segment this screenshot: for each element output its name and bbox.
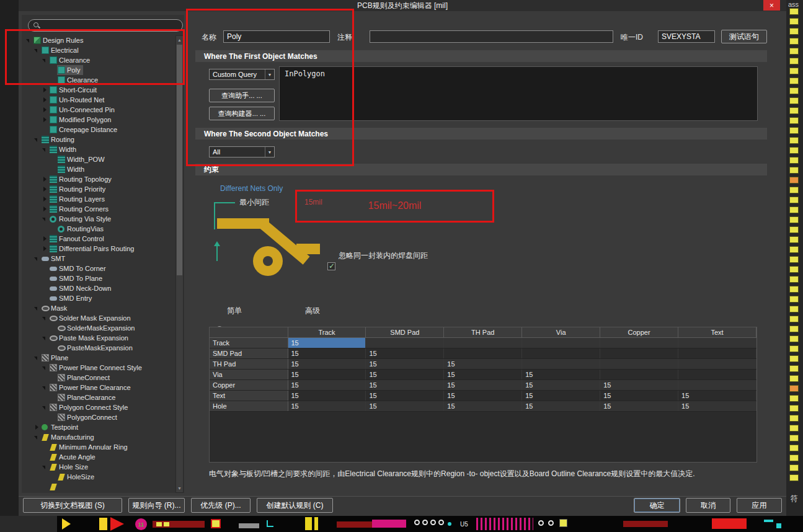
collapse-arrow-icon[interactable] xyxy=(33,355,40,361)
matrix-cell[interactable]: 15 xyxy=(600,379,678,390)
matrix-cell[interactable] xyxy=(522,337,600,348)
expand-arrow-icon[interactable] xyxy=(42,97,48,104)
matrix-cell[interactable]: 15 xyxy=(366,369,444,379)
tree-item-routing-corners[interactable]: Routing Corners xyxy=(23,204,174,214)
expand-arrow-icon[interactable] xyxy=(42,176,48,183)
collapse-arrow-icon[interactable] xyxy=(42,335,48,342)
clearance-value[interactable]: 15mil xyxy=(304,198,322,206)
comment-input[interactable] xyxy=(370,30,613,43)
matrix-cell[interactable]: 15 xyxy=(366,379,444,390)
expand-arrow-icon[interactable] xyxy=(42,186,48,193)
layer-color-swatch[interactable] xyxy=(789,306,799,313)
first-match-dropdown[interactable]: Custom Query ▼ xyxy=(209,69,275,80)
layer-color-swatch[interactable] xyxy=(789,58,799,64)
switch-doc-view-button[interactable]: 切换到文档视图 (S) xyxy=(23,498,122,513)
collapse-arrow-icon[interactable] xyxy=(42,464,48,471)
matrix-cell[interactable]: 15 xyxy=(522,369,600,379)
layer-color-swatch[interactable] xyxy=(789,147,799,154)
tree-item-minimum-annular-ring[interactable]: Minimum Annular Ring xyxy=(23,442,174,452)
tree-item-hole-size[interactable]: Hole Size xyxy=(23,462,174,472)
tree-item-polygon-connect-style[interactable]: Polygon Connect Style xyxy=(23,402,174,412)
layer-color-swatch[interactable] xyxy=(789,425,799,432)
tree-item-mask[interactable]: Mask xyxy=(23,303,174,313)
layer-color-swatch[interactable] xyxy=(789,187,799,193)
layer-color-swatch[interactable] xyxy=(789,326,799,332)
tree-item-smd-to-plane[interactable]: SMD To Plane xyxy=(23,273,174,283)
tree-item-width[interactable]: Width xyxy=(23,144,174,154)
tree-item-testpoint[interactable]: Testpoint xyxy=(23,422,174,432)
layer-color-swatch[interactable] xyxy=(789,226,799,233)
layer-color-swatch[interactable] xyxy=(789,445,799,451)
layer-color-swatch[interactable] xyxy=(789,8,799,15)
layer-color-swatch[interactable] xyxy=(789,276,799,283)
layer-color-swatch[interactable] xyxy=(789,365,799,372)
layer-color-swatch[interactable] xyxy=(789,197,799,203)
tree-item-routing-layers[interactable]: Routing Layers xyxy=(23,194,174,204)
tree-item-un-connected-pin[interactable]: Un-Connected Pin xyxy=(23,105,174,115)
matrix-cell[interactable] xyxy=(678,358,756,369)
collapse-arrow-icon[interactable] xyxy=(42,315,48,322)
tree-item-routingvias[interactable]: RoutingVias xyxy=(23,224,174,234)
matrix-cell[interactable]: 15 xyxy=(366,401,444,411)
close-button[interactable]: × xyxy=(763,0,780,11)
tree-item-power-plane-clearance[interactable]: Power Plane Clearance xyxy=(23,383,174,392)
matrix-cell[interactable]: 15 xyxy=(678,390,756,401)
query-editor[interactable]: InPolygon xyxy=(279,66,758,121)
layer-color-swatch[interactable] xyxy=(789,286,799,293)
matrix-cell[interactable]: 15 xyxy=(288,379,366,390)
rule-name-input[interactable] xyxy=(223,30,330,43)
layer-color-swatch[interactable] xyxy=(789,87,799,94)
collapse-arrow-icon[interactable] xyxy=(42,384,48,391)
layer-color-swatch[interactable] xyxy=(789,246,799,253)
ok-button[interactable]: 确定 xyxy=(634,498,680,513)
matrix-cell[interactable] xyxy=(444,348,522,358)
layer-color-swatch[interactable] xyxy=(789,137,799,144)
tree-item-solder-mask-expansion[interactable]: Solder Mask Expansion xyxy=(23,313,174,323)
tree-item-clearance[interactable]: Clearance xyxy=(23,75,174,85)
layer-color-swatch[interactable] xyxy=(789,206,799,213)
layer-color-swatch[interactable] xyxy=(789,335,799,342)
collapse-arrow-icon[interactable] xyxy=(33,434,40,441)
layer-color-swatch[interactable] xyxy=(789,256,799,263)
matrix-cell[interactable]: 15 xyxy=(288,401,366,411)
matrix-cell[interactable] xyxy=(678,348,756,358)
tree-item-routing-via-style[interactable]: Routing Via Style xyxy=(23,214,174,224)
matrix-cell[interactable] xyxy=(678,369,756,379)
layer-color-swatch[interactable] xyxy=(789,395,799,402)
layer-color-swatch[interactable] xyxy=(789,177,799,184)
layer-color-swatch[interactable] xyxy=(789,78,799,84)
tree-item-planeclearance[interactable]: PlaneClearance xyxy=(23,392,174,402)
tree-item-routing[interactable]: Routing xyxy=(23,135,174,144)
matrix-cell[interactable]: 15 xyxy=(366,358,444,369)
collapse-arrow-icon[interactable] xyxy=(33,47,40,54)
layer-color-swatch[interactable] xyxy=(789,454,799,461)
tree-scrollbar[interactable]: ▲ ▼ xyxy=(175,35,184,493)
matrix-cell[interactable] xyxy=(444,337,522,348)
expand-arrow-icon[interactable] xyxy=(33,424,40,431)
tree-item-smd-to-corner[interactable]: SMD To Corner xyxy=(23,264,174,273)
tree-item-smt[interactable]: SMT xyxy=(23,254,174,264)
matrix-cell[interactable] xyxy=(600,348,678,358)
layer-color-swatch[interactable] xyxy=(789,236,799,243)
matrix-cell[interactable]: 15 xyxy=(678,401,756,411)
matrix-cell[interactable]: 15 xyxy=(288,369,366,379)
matrix-cell[interactable]: 15 xyxy=(366,390,444,401)
second-match-dropdown[interactable]: All ▼ xyxy=(209,146,275,157)
tree-search-box[interactable] xyxy=(28,19,183,32)
matrix-cell[interactable] xyxy=(366,337,444,348)
tree-item-soldermaskexpansion[interactable]: SolderMaskExpansion xyxy=(23,323,174,333)
matrix-cell[interactable] xyxy=(600,369,678,379)
expand-arrow-icon[interactable] xyxy=(42,196,48,203)
matrix-cell[interactable]: 15 xyxy=(288,358,366,369)
expand-arrow-icon[interactable] xyxy=(42,117,48,123)
tree-item-polygonconnect[interactable]: PolygonConnect xyxy=(23,412,174,422)
tree-item-holesize[interactable]: HoleSize xyxy=(23,472,174,482)
matrix-cell[interactable]: 15 xyxy=(444,401,522,411)
priority-button[interactable]: 优先级 (P)... xyxy=(191,498,251,513)
matrix-cell[interactable]: 15 xyxy=(288,348,366,358)
search-input[interactable] xyxy=(43,20,179,30)
matrix-cell[interactable]: 15 xyxy=(600,401,678,411)
layer-color-swatch[interactable] xyxy=(789,355,799,362)
tree-item-poly[interactable]: Poly xyxy=(23,65,174,75)
layer-color-swatch[interactable] xyxy=(789,316,799,322)
